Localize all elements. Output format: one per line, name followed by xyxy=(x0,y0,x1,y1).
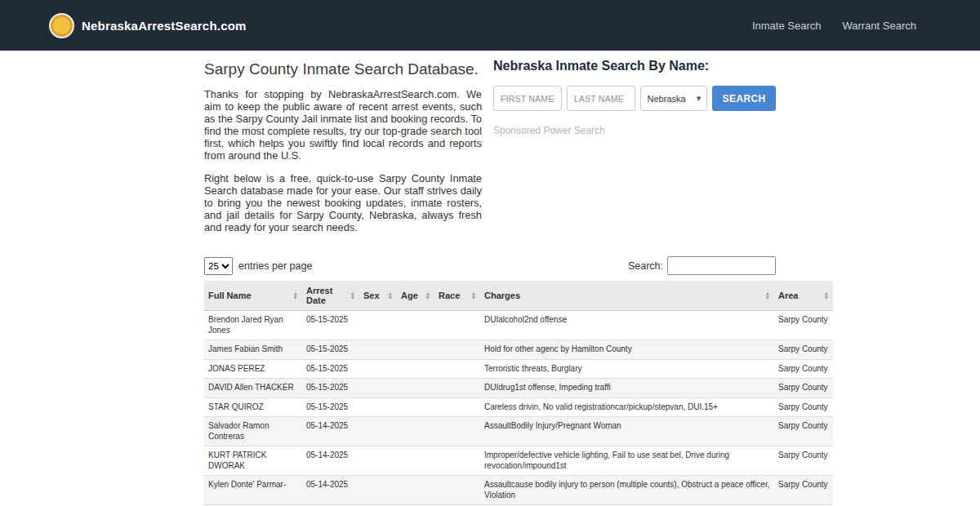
cell-area: Sarpy County xyxy=(774,359,833,379)
sort-icon[interactable]: ▲ ▼ xyxy=(350,291,355,300)
column-header-full-name[interactable]: Full Name▲ ▼ xyxy=(204,281,302,311)
intro-paragraph-1: Thanks for stopping by NebraskaArrestSea… xyxy=(204,88,482,162)
cell-sex xyxy=(359,417,397,446)
table-row: Salvador Ramon Contreras 05-14-2025 Assa… xyxy=(204,417,833,446)
table-search-label: Search: xyxy=(628,260,663,272)
cell-full-name: STAR QUIROZ xyxy=(204,397,302,417)
main-content: Sarpy County Inmate Search Database. Tha… xyxy=(204,59,776,505)
cell-full-name: Brendon Jared Ryan Jones xyxy=(204,311,302,340)
sort-icon[interactable]: ▲ ▼ xyxy=(765,291,770,300)
cell-race xyxy=(434,379,480,398)
cell-charges: DUIdrug1st offense, Impeding traffi xyxy=(480,379,774,398)
entries-per-page-control: 25 entries per page xyxy=(204,257,312,275)
name-search-title: Nebraska Inmate Search By Name: xyxy=(493,59,776,73)
cell-full-name: KURT PATRICK DWORAK xyxy=(204,446,302,476)
column-label-age: Age xyxy=(401,291,418,300)
cell-sex xyxy=(359,340,397,360)
cell-sex xyxy=(359,397,397,417)
cell-charges: Improper/defective vehicle lighting, Fai… xyxy=(480,446,774,476)
brand-name: NebraskaArrestSearch.com xyxy=(82,19,247,33)
cell-arrest-date: 05-15-2025 xyxy=(302,397,359,417)
cell-age xyxy=(397,340,434,360)
table-search-input[interactable] xyxy=(667,256,776,275)
column-header-race[interactable]: Race▲ ▼ xyxy=(434,281,480,311)
cell-charges: DUIalcohol2nd offense xyxy=(480,311,774,340)
cell-charges: Hold for other agenc by Hamilton County xyxy=(480,340,774,360)
nav-link-warrant-search[interactable]: Warrant Search xyxy=(842,20,916,32)
cell-arrest-date: 05-14-2025 xyxy=(302,446,359,476)
sort-icon[interactable]: ▲ ▼ xyxy=(471,291,476,300)
table-row: James Fabian Smith 05-15-2025 Hold for o… xyxy=(204,340,833,360)
column-header-area[interactable]: Area▲ ▼ xyxy=(774,281,833,311)
table-search-control: Search: xyxy=(628,256,776,275)
cell-sex xyxy=(359,311,397,340)
column-label-arrest-date: Arrest Date xyxy=(306,286,348,305)
table-controls: 25 entries per page Search: xyxy=(204,256,776,275)
cell-full-name: DAVID Allen THACKER xyxy=(204,379,302,398)
cell-sex xyxy=(359,476,397,505)
nav-link-inmate-search[interactable]: Inmate Search xyxy=(752,20,822,32)
cell-age xyxy=(397,311,434,340)
entries-per-page-select[interactable]: 25 xyxy=(204,257,233,275)
table-row: JONAS PEREZ 05-15-2025 Terroristic threa… xyxy=(204,359,833,379)
column-label-area: Area xyxy=(778,291,798,300)
cell-age xyxy=(397,446,434,476)
cell-full-name: Salvador Ramon Contreras xyxy=(204,417,302,446)
header-nav: Inmate Search Warrant Search xyxy=(752,20,916,32)
inmate-table-body: Brendon Jared Ryan Jones 05-15-2025 DUIa… xyxy=(204,311,833,505)
cell-age xyxy=(397,379,434,398)
caret-down-icon: ▾ xyxy=(697,93,702,104)
table-row: Brendon Jared Ryan Jones 05-15-2025 DUIa… xyxy=(204,311,833,340)
cell-area: Sarpy County xyxy=(774,417,833,446)
search-button[interactable]: SEARCH xyxy=(712,86,776,111)
name-search-panel: Nebraska Inmate Search By Name: Nebraska… xyxy=(493,59,776,244)
state-select-value: Nebraska xyxy=(648,94,686,104)
table-row: Kylen Donte' Parmar- 05-14-2025 Assaultc… xyxy=(204,476,833,505)
column-label-sex: Sex xyxy=(363,291,380,300)
cell-race xyxy=(434,417,480,446)
table-row: DAVID Allen THACKER 05-15-2025 DUIdrug1s… xyxy=(204,379,833,398)
cell-arrest-date: 05-15-2025 xyxy=(302,340,359,360)
cell-charges: Assaultcause bodily injury to person (mu… xyxy=(480,476,774,505)
intro-text-column: Sarpy County Inmate Search Database. Tha… xyxy=(204,59,482,244)
cell-race xyxy=(434,340,480,360)
entries-per-page-label: entries per page xyxy=(238,260,312,272)
cell-arrest-date: 05-15-2025 xyxy=(302,379,359,398)
cell-arrest-date: 05-14-2025 xyxy=(302,476,359,505)
column-label-race: Race xyxy=(439,291,460,300)
site-brand[interactable]: NebraskaArrestSearch.com xyxy=(49,13,247,38)
cell-full-name: James Fabian Smith xyxy=(204,340,302,360)
sort-icon[interactable]: ▲ ▼ xyxy=(824,291,829,300)
table-row: STAR QUIROZ 05-15-2025 Careless drivin, … xyxy=(204,397,833,417)
page-title: Sarpy County Inmate Search Database. xyxy=(204,60,482,78)
inmate-table: Full Name▲ ▼ Arrest Date▲ ▼ Sex▲ ▼ Age▲ … xyxy=(204,281,833,505)
first-name-input[interactable] xyxy=(493,86,562,111)
sponsored-note: Sponsored Power Search xyxy=(493,125,776,136)
column-header-arrest-date[interactable]: Arrest Date▲ ▼ xyxy=(302,281,359,311)
column-header-sex[interactable]: Sex▲ ▼ xyxy=(359,281,397,311)
column-header-age[interactable]: Age▲ ▼ xyxy=(397,281,434,311)
top-navigation-bar: NebraskaArrestSearch.com Inmate Search W… xyxy=(0,0,980,51)
column-label-charges: Charges xyxy=(484,291,520,300)
column-label-full-name: Full Name xyxy=(208,291,252,300)
cell-age xyxy=(397,397,434,417)
cell-arrest-date: 05-14-2025 xyxy=(302,417,359,446)
cell-arrest-date: 05-15-2025 xyxy=(302,359,359,379)
last-name-input[interactable] xyxy=(567,86,635,111)
cell-charges: Terroristic threats, Burglary xyxy=(480,359,774,379)
cell-area: Sarpy County xyxy=(774,446,833,476)
sort-icon[interactable]: ▲ ▼ xyxy=(425,291,430,300)
cell-race xyxy=(434,446,480,476)
cell-race xyxy=(434,359,480,379)
sort-icon[interactable]: ▲ ▼ xyxy=(293,291,298,300)
cell-charges: AssaultBodily Injury/Pregnant Woman xyxy=(480,417,774,446)
column-header-charges[interactable]: Charges▲ ▼ xyxy=(480,281,774,311)
state-select[interactable]: Nebraska ▾ xyxy=(640,86,708,111)
cell-full-name: JONAS PEREZ xyxy=(204,359,302,379)
intro-paragraph-2: Right below is a free, quick-to-use Sarp… xyxy=(204,172,482,233)
logo-icon xyxy=(49,13,74,38)
cell-charges: Careless drivin, No valid registrationca… xyxy=(480,397,774,417)
cell-sex xyxy=(359,359,397,379)
sort-icon[interactable]: ▲ ▼ xyxy=(388,291,393,300)
inmate-table-header: Full Name▲ ▼ Arrest Date▲ ▼ Sex▲ ▼ Age▲ … xyxy=(204,281,833,311)
